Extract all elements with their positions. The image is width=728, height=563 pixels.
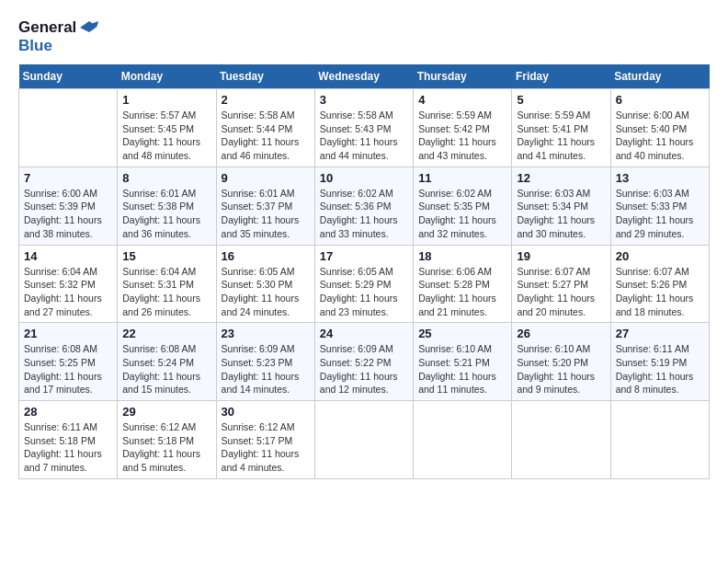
- calendar-cell: 16Sunrise: 6:05 AM Sunset: 5:30 PM Dayli…: [216, 245, 314, 323]
- calendar-cell: 7Sunrise: 6:00 AM Sunset: 5:39 PM Daylig…: [19, 167, 118, 245]
- calendar-cell: 29Sunrise: 6:12 AM Sunset: 5:18 PM Dayli…: [118, 401, 216, 479]
- calendar-cell: 6Sunrise: 6:00 AM Sunset: 5:40 PM Daylig…: [610, 89, 709, 167]
- day-info: Sunrise: 6:03 AM Sunset: 5:33 PM Dayligh…: [616, 187, 704, 241]
- day-number: 3: [320, 93, 408, 107]
- calendar-cell: 11Sunrise: 6:02 AM Sunset: 5:35 PM Dayli…: [414, 167, 512, 245]
- weekday-header-sunday: Sunday: [19, 64, 118, 89]
- day-info: Sunrise: 6:01 AM Sunset: 5:38 PM Dayligh…: [122, 187, 210, 241]
- weekday-header-friday: Friday: [512, 64, 610, 89]
- day-info: Sunrise: 6:07 AM Sunset: 5:27 PM Dayligh…: [517, 265, 605, 319]
- weekday-header-thursday: Thursday: [414, 64, 512, 89]
- day-number: 17: [320, 249, 408, 263]
- day-number: 26: [517, 327, 605, 340]
- day-number: 13: [616, 171, 704, 185]
- calendar-cell: 21Sunrise: 6:08 AM Sunset: 5:25 PM Dayli…: [19, 323, 118, 401]
- day-number: 22: [122, 327, 210, 340]
- logo-container: General Blue: [18, 18, 98, 55]
- calendar-cell: [19, 89, 118, 167]
- day-info: Sunrise: 6:03 AM Sunset: 5:34 PM Dayligh…: [517, 187, 605, 241]
- calendar-cell: [414, 401, 512, 479]
- day-number: 20: [616, 249, 704, 263]
- day-info: Sunrise: 6:10 AM Sunset: 5:21 PM Dayligh…: [418, 342, 506, 396]
- logo: General Blue: [18, 18, 98, 55]
- calendar-cell: 17Sunrise: 6:05 AM Sunset: 5:29 PM Dayli…: [314, 245, 413, 323]
- day-info: Sunrise: 6:02 AM Sunset: 5:35 PM Dayligh…: [418, 187, 506, 241]
- calendar-cell: 13Sunrise: 6:03 AM Sunset: 5:33 PM Dayli…: [610, 167, 709, 245]
- logo-bird-icon: [78, 19, 98, 36]
- logo-blue: Blue: [18, 37, 52, 55]
- calendar-cell: [610, 401, 709, 479]
- day-info: Sunrise: 5:57 AM Sunset: 5:45 PM Dayligh…: [122, 109, 210, 163]
- weekday-header-wednesday: Wednesday: [314, 64, 413, 89]
- calendar-week-row: 7Sunrise: 6:00 AM Sunset: 5:39 PM Daylig…: [19, 167, 710, 245]
- day-info: Sunrise: 6:00 AM Sunset: 5:39 PM Dayligh…: [24, 187, 112, 241]
- calendar-cell: 5Sunrise: 5:59 AM Sunset: 5:41 PM Daylig…: [512, 89, 610, 167]
- calendar-cell: 28Sunrise: 6:11 AM Sunset: 5:18 PM Dayli…: [19, 401, 118, 479]
- day-number: 9: [222, 171, 310, 185]
- day-info: Sunrise: 6:11 AM Sunset: 5:19 PM Dayligh…: [616, 342, 704, 396]
- calendar-cell: 30Sunrise: 6:12 AM Sunset: 5:17 PM Dayli…: [216, 401, 314, 479]
- day-number: 28: [24, 405, 112, 419]
- calendar-cell: 22Sunrise: 6:08 AM Sunset: 5:24 PM Dayli…: [118, 323, 216, 401]
- day-number: 25: [418, 327, 506, 340]
- logo-general: General: [18, 18, 76, 37]
- day-number: 4: [418, 93, 506, 107]
- page-header: General Blue: [18, 18, 710, 55]
- calendar-cell: 20Sunrise: 6:07 AM Sunset: 5:26 PM Dayli…: [610, 245, 709, 323]
- calendar-cell: 19Sunrise: 6:07 AM Sunset: 5:27 PM Dayli…: [512, 245, 610, 323]
- day-number: 11: [418, 171, 506, 185]
- day-number: 7: [24, 171, 112, 185]
- day-info: Sunrise: 6:04 AM Sunset: 5:31 PM Dayligh…: [122, 265, 210, 319]
- day-number: 16: [222, 249, 310, 263]
- day-number: 19: [517, 249, 605, 263]
- calendar-cell: 25Sunrise: 6:10 AM Sunset: 5:21 PM Dayli…: [414, 323, 512, 401]
- day-info: Sunrise: 5:59 AM Sunset: 5:41 PM Dayligh…: [517, 109, 605, 163]
- day-number: 24: [320, 327, 408, 340]
- day-info: Sunrise: 6:10 AM Sunset: 5:20 PM Dayligh…: [517, 342, 605, 396]
- calendar-week-row: 28Sunrise: 6:11 AM Sunset: 5:18 PM Dayli…: [19, 401, 710, 479]
- day-number: 29: [122, 405, 210, 419]
- calendar-cell: 9Sunrise: 6:01 AM Sunset: 5:37 PM Daylig…: [216, 167, 314, 245]
- day-number: 15: [122, 249, 210, 263]
- calendar-cell: [314, 401, 413, 479]
- day-info: Sunrise: 5:59 AM Sunset: 5:42 PM Dayligh…: [418, 109, 506, 163]
- calendar-week-row: 14Sunrise: 6:04 AM Sunset: 5:32 PM Dayli…: [19, 245, 710, 323]
- calendar-cell: 18Sunrise: 6:06 AM Sunset: 5:28 PM Dayli…: [414, 245, 512, 323]
- day-info: Sunrise: 6:04 AM Sunset: 5:32 PM Dayligh…: [24, 265, 112, 319]
- day-info: Sunrise: 6:11 AM Sunset: 5:18 PM Dayligh…: [24, 420, 112, 475]
- day-number: 6: [616, 93, 704, 107]
- day-info: Sunrise: 6:08 AM Sunset: 5:25 PM Dayligh…: [24, 342, 112, 396]
- day-info: Sunrise: 6:00 AM Sunset: 5:40 PM Dayligh…: [616, 109, 704, 163]
- calendar-cell: 3Sunrise: 5:58 AM Sunset: 5:43 PM Daylig…: [314, 89, 413, 167]
- calendar-cell: 12Sunrise: 6:03 AM Sunset: 5:34 PM Dayli…: [512, 167, 610, 245]
- day-info: Sunrise: 6:07 AM Sunset: 5:26 PM Dayligh…: [616, 265, 704, 319]
- weekday-header-tuesday: Tuesday: [216, 64, 314, 89]
- day-number: 23: [222, 327, 310, 340]
- calendar-cell: 27Sunrise: 6:11 AM Sunset: 5:19 PM Dayli…: [610, 323, 709, 401]
- day-number: 27: [616, 327, 704, 340]
- calendar-cell: 23Sunrise: 6:09 AM Sunset: 5:23 PM Dayli…: [216, 323, 314, 401]
- day-info: Sunrise: 6:01 AM Sunset: 5:37 PM Dayligh…: [222, 187, 310, 241]
- weekday-header-saturday: Saturday: [610, 64, 709, 89]
- day-number: 5: [517, 93, 605, 107]
- day-number: 10: [320, 171, 408, 185]
- day-info: Sunrise: 6:05 AM Sunset: 5:29 PM Dayligh…: [320, 265, 408, 319]
- calendar-cell: 10Sunrise: 6:02 AM Sunset: 5:36 PM Dayli…: [314, 167, 413, 245]
- calendar-cell: 4Sunrise: 5:59 AM Sunset: 5:42 PM Daylig…: [414, 89, 512, 167]
- calendar-cell: 14Sunrise: 6:04 AM Sunset: 5:32 PM Dayli…: [19, 245, 118, 323]
- day-info: Sunrise: 6:12 AM Sunset: 5:17 PM Dayligh…: [222, 420, 310, 475]
- calendar-week-row: 21Sunrise: 6:08 AM Sunset: 5:25 PM Dayli…: [19, 323, 710, 401]
- day-info: Sunrise: 6:12 AM Sunset: 5:18 PM Dayligh…: [122, 420, 210, 475]
- weekday-header-monday: Monday: [118, 64, 216, 89]
- day-info: Sunrise: 6:09 AM Sunset: 5:22 PM Dayligh…: [320, 342, 408, 396]
- calendar-cell: 24Sunrise: 6:09 AM Sunset: 5:22 PM Dayli…: [314, 323, 413, 401]
- day-number: 12: [517, 171, 605, 185]
- day-number: 21: [24, 327, 112, 340]
- day-info: Sunrise: 6:08 AM Sunset: 5:24 PM Dayligh…: [122, 342, 210, 396]
- calendar-cell: 1Sunrise: 5:57 AM Sunset: 5:45 PM Daylig…: [118, 89, 216, 167]
- day-number: 30: [222, 405, 310, 419]
- calendar-week-row: 1Sunrise: 5:57 AM Sunset: 5:45 PM Daylig…: [19, 89, 710, 167]
- day-info: Sunrise: 6:02 AM Sunset: 5:36 PM Dayligh…: [320, 187, 408, 241]
- day-number: 8: [122, 171, 210, 185]
- calendar-cell: 8Sunrise: 6:01 AM Sunset: 5:38 PM Daylig…: [118, 167, 216, 245]
